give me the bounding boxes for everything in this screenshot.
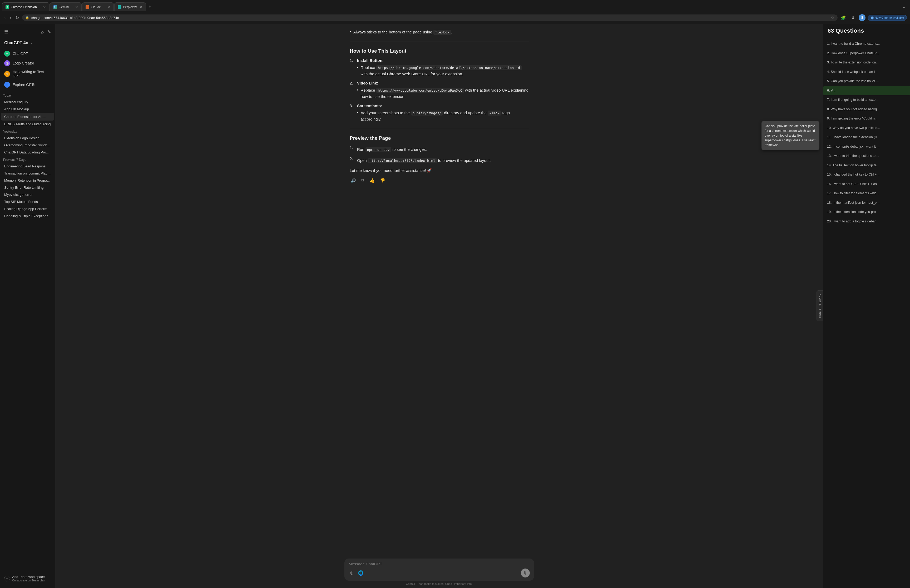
bookmark-star-icon[interactable]: ☆: [831, 16, 834, 20]
thumbs-down-button[interactable]: 👎: [379, 177, 386, 184]
thumbs-up-button[interactable]: 👍: [369, 177, 376, 184]
question-item-2[interactable]: 2. How does Superpower ChatGP...: [823, 49, 910, 58]
globe-button[interactable]: 🌐: [357, 569, 365, 577]
chat-chrome-extension-title: Chrome Extension for AI Chat...: [4, 115, 48, 119]
send-button[interactable]: 🎙: [521, 569, 530, 577]
tab-gemini[interactable]: G Gemini ✕: [50, 2, 82, 11]
message-input[interactable]: [349, 562, 530, 566]
img-code: <img>: [488, 111, 501, 116]
question-item-1[interactable]: 1. I want to build a Chrome extens...: [823, 39, 910, 49]
sidebar-chat-data-loading[interactable]: ChatGPT Data Loading Process: [1, 149, 54, 156]
question-item-18[interactable]: 18. In the manifest json for host_p...: [823, 198, 910, 208]
images-code: public/images/: [411, 111, 443, 116]
extensions-button[interactable]: 🧩: [840, 14, 847, 21]
tab-gemini-title: Gemini: [59, 5, 73, 9]
downloads-button[interactable]: ⬇: [849, 14, 857, 21]
run-content: Run npm run dev to see the changes.: [357, 145, 529, 153]
question-item-6[interactable]: 6. V...: [823, 86, 910, 95]
question-item-10[interactable]: 10. Why do you have two public fo...: [823, 123, 910, 133]
new-tab-button[interactable]: +: [146, 3, 154, 11]
refresh-button[interactable]: ↻: [15, 14, 20, 21]
sidebar-chat-extension-logo[interactable]: Extension Logo Design: [1, 134, 54, 142]
tab-perplexity-close[interactable]: ✕: [139, 5, 142, 9]
tab-chatgpt-close[interactable]: ✕: [43, 5, 46, 9]
sidebar-chat-mypy[interactable]: Mypy dict get error: [1, 191, 54, 198]
install-title: Install Button:: [357, 58, 384, 63]
flexbox-code: flexbox: [433, 30, 451, 35]
sub-bullet-dot-1: •: [357, 65, 359, 77]
sidebar-item-explore[interactable]: ⊞ Explore GPTs: [2, 80, 53, 89]
question-item-8[interactable]: 8. Why have you not added backg...: [823, 105, 910, 114]
video-url-code: https://www.youtube.com/embed/dQw4w9WgXc…: [376, 88, 464, 93]
preview-section: Preview the Page 1. Run npm run dev to s…: [350, 135, 529, 184]
numbered-item-install: 1. Install Button: • Replace https://chr…: [350, 58, 529, 77]
sidebar-chat-sentry[interactable]: Sentry Error Rate Limiting: [1, 184, 54, 191]
chat-area: • Always sticks to the bottom of the pag…: [55, 24, 823, 556]
tab-claude-close[interactable]: ✕: [107, 5, 110, 9]
sub-bullet-dot-3: •: [357, 110, 359, 123]
question-item-15[interactable]: 15. I changed the hot key to Ctrl +...: [823, 170, 910, 179]
search-button[interactable]: ⌕: [40, 28, 45, 36]
question-item-12[interactable]: 12. In content/sidebar.jsx I want it ...: [823, 142, 910, 152]
open-text: Open http://localhost:5173/index.html to…: [357, 157, 529, 164]
sidebar-chat-imposter[interactable]: Overcoming Imposter Syndrome: [1, 142, 54, 149]
question-item-19[interactable]: 19. In the extension code you pro...: [823, 207, 910, 217]
tab-expand-button[interactable]: ⌄: [900, 4, 908, 10]
new-chat-button[interactable]: ✎: [46, 28, 52, 36]
sidebar-item-logo-creator[interactable]: ◑ Logo Creator: [2, 58, 53, 68]
question-item-17[interactable]: 17. How to filter for elements whic...: [823, 189, 910, 198]
profile-button[interactable]: S: [859, 14, 865, 21]
question-item-20[interactable]: 20. I want to add a toggle sidebar ...: [823, 217, 910, 226]
audio-action-button[interactable]: 🔊: [350, 177, 357, 184]
final-message: Let me know if you need further assistan…: [350, 167, 529, 174]
sidebar-chat-scaling-django[interactable]: Scaling Django App Performance: [1, 205, 54, 212]
new-chrome-label: New Chrome available: [875, 16, 904, 19]
attach-file-button[interactable]: ⊕: [349, 569, 355, 577]
chat-medical-title: Medical enquiry: [4, 100, 51, 104]
gptbuddy-tab[interactable]: Hide GPTBuddy: [816, 290, 823, 321]
sidebar-chat-memory[interactable]: Memory Retention in Programming: [1, 177, 54, 184]
sidebar-chat-chrome-extension[interactable]: Chrome Extension for AI Chat... ···: [1, 113, 54, 121]
new-chrome-button[interactable]: ⬤ New Chrome available: [868, 15, 907, 21]
sidebar-item-chatgpt[interactable]: ✦ ChatGPT: [2, 49, 53, 58]
tab-chatgpt[interactable]: ✦ Chrome Extension for AI Cha... ✕: [2, 2, 50, 11]
question-item-7[interactable]: 7. I am first going to build an exte...: [823, 95, 910, 105]
sidebar-item-handwriting[interactable]: ✎ Handwriting to Text GPT: [2, 68, 53, 80]
model-selector[interactable]: ChatGPT 4o ⌄: [1, 39, 54, 47]
toggle-sidebar-button[interactable]: ☰: [3, 28, 10, 36]
url-bar[interactable]: 🔒 chatgpt.com/c/67440631-b1b8-800b-9eae-…: [22, 15, 838, 21]
sidebar-chat-medical[interactable]: Medical enquiry: [1, 99, 54, 105]
question-item-13[interactable]: 13. I want to trim the questions to ...: [823, 151, 910, 161]
question-item-11[interactable]: 11. I have loaded the extension (u...: [823, 132, 910, 142]
tab-perplexity[interactable]: P Perplexity ✕: [114, 2, 146, 11]
main-content: • Always sticks to the bottom of the pag…: [55, 24, 823, 588]
question-item-14[interactable]: 14. The full text on hover tooltip ta...: [823, 161, 910, 170]
open-number: 2.: [350, 156, 355, 164]
tab-gemini-close[interactable]: ✕: [75, 5, 78, 9]
sidebar-chat-eng-lead[interactable]: Engineering Lead Responsibilities: [1, 163, 54, 170]
forward-button[interactable]: ›: [9, 14, 12, 21]
install-url-code: https://chrome.google.com/webstore/detai…: [376, 65, 522, 70]
tab-claude[interactable]: C Claude ✕: [82, 2, 114, 11]
question-item-3[interactable]: 3. To write the extension code, ca...: [823, 58, 910, 67]
question-item-9[interactable]: 9. I am getting the error "Could n...: [823, 114, 910, 123]
video-title: Video Link:: [357, 81, 378, 85]
preview-item-run: 1. Run npm run dev to see the changes.: [350, 145, 529, 153]
back-button[interactable]: ‹: [3, 14, 6, 21]
question-item-5[interactable]: 5. Can you provide the vite boiler ...: [823, 77, 910, 86]
sidebar-chat-handling-exceptions[interactable]: Handling Multiple Exceptions: [1, 212, 54, 220]
question-item-4[interactable]: 4. Should I use webpack or can I ...: [823, 67, 910, 77]
how-to-use-section: How to Use This Layout 1. Install Button…: [350, 48, 529, 123]
model-chevron-icon: ⌄: [30, 41, 33, 45]
chat-eng-lead-title: Engineering Lead Responsibilities: [4, 164, 51, 168]
copy-action-button[interactable]: ⧉: [360, 177, 365, 184]
today-section-title: Today: [0, 92, 55, 99]
question-item-16[interactable]: 16. I want to set Ctrl + Shift + < as...: [823, 179, 910, 189]
url-text: chatgpt.com/c/67440631-b1b8-800b-9eae-5d…: [31, 16, 829, 20]
sidebar-logo-creator-label: Logo Creator: [13, 61, 34, 65]
sidebar-chat-top-sip[interactable]: Top SIP Mutual Funds: [1, 198, 54, 205]
sidebar-chat-brics[interactable]: BRICS Tariffs and Outsourcing: [1, 121, 54, 128]
add-team-workspace-button[interactable]: + Add Team workspace Collaborate on Team…: [2, 573, 53, 584]
sidebar-chat-transaction[interactable]: Transaction on_commit Placement: [1, 170, 54, 177]
sidebar-chat-app-ux[interactable]: App UX Mockup: [1, 105, 54, 113]
